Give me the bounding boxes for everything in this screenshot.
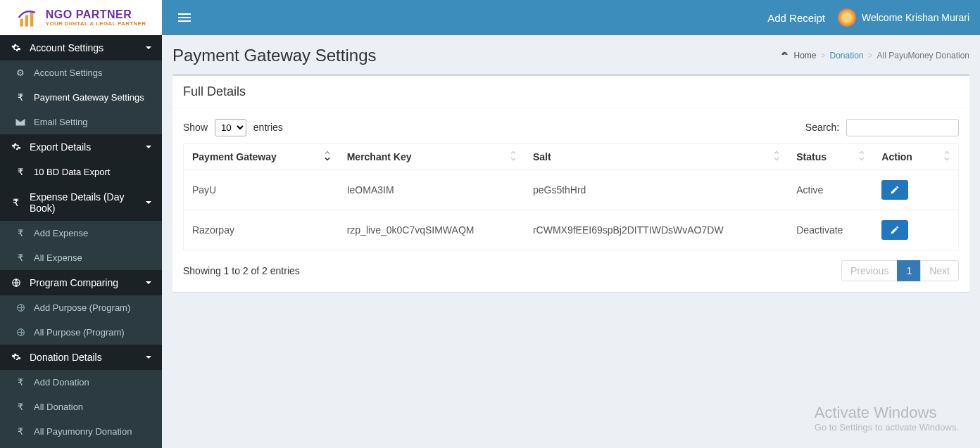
hamburger-toggle[interactable] <box>172 6 196 30</box>
cell-action <box>873 210 958 250</box>
sidebar-item-donation-details[interactable]: Donation Details <box>0 345 162 370</box>
search-input[interactable] <box>846 119 959 136</box>
sidebar-item-label: Email Setting <box>34 117 88 127</box>
cell-action <box>873 170 958 210</box>
page-title: Payment Gateway Settings <box>172 46 376 65</box>
logo-subtitle: YOUR DIGITAL & LEGAL PARTNER <box>46 20 146 27</box>
length-select[interactable]: 10 <box>215 119 246 136</box>
sidebar-subitem-all-purpose[interactable]: All Purpose (Program) <box>0 320 162 345</box>
sidebar-subitem-payment-gateway-settings[interactable]: ₹ Payment Gateway Settings <box>0 85 162 110</box>
sidebar-item-label: Program Comparing <box>30 277 118 288</box>
gear-icon <box>10 352 23 362</box>
sidebar-item-export-details[interactable]: Export Details <box>0 134 162 160</box>
sort-icon <box>943 151 951 163</box>
sort-icon <box>509 151 517 163</box>
logo[interactable]: NGO PARTNER YOUR DIGITAL & LEGAL PARTNER <box>0 0 162 35</box>
sidebar-subitem-add-purpose[interactable]: Add Purpose (Program) <box>0 295 162 320</box>
col-action[interactable]: Action <box>873 144 958 170</box>
logo-title: NGO PARTNER <box>46 9 146 20</box>
sidebar-item-label: Add Donation <box>34 377 89 388</box>
sort-icon <box>772 151 781 163</box>
breadcrumb-sep: > <box>868 51 873 60</box>
breadcrumb-sep: > <box>821 51 826 60</box>
table-row: PayU IeOMA3IM peGs5thHrd Active <box>184 170 959 210</box>
edit-icon <box>890 225 900 235</box>
page-prev[interactable]: Previous <box>841 260 898 281</box>
sidebar-item-label: Expense Details (Day Book) <box>30 191 152 214</box>
cell-gateway: PayU <box>184 170 339 210</box>
windows-activation-watermark: Activate Windows Go to Settings to activ… <box>815 404 959 433</box>
cell-status: Deactivate <box>788 210 873 250</box>
sidebar-item-label: All Payumonry Donation <box>34 426 132 437</box>
gear-icon <box>10 43 23 53</box>
sidebar-item-label: Donation Details <box>30 352 102 363</box>
welcome-text: Welcome Krishan Murari <box>862 12 969 23</box>
gear-icon <box>10 142 23 152</box>
sidebar-subitem-all-expense[interactable]: ₹ All Expense <box>0 245 162 270</box>
sidebar-item-label: Add Expense <box>34 228 88 238</box>
sidebar-item-label: All Donation <box>34 402 83 412</box>
cell-salt: rCWMX9fEEI69spBj2DITTIWDsWvAO7DW <box>524 210 788 250</box>
sidebar-subitem-email-setting[interactable]: Email Setting <box>0 110 162 134</box>
svg-rect-1 <box>25 15 28 26</box>
rupee-icon: ₹ <box>14 228 27 238</box>
sidebar-item-label: Account Settings <box>30 42 103 53</box>
breadcrumb-donation[interactable]: Donation <box>830 51 864 60</box>
sidebar-subitem-bd-export[interactable]: ₹ 10 BD Data Export <box>0 160 162 184</box>
user-menu[interactable]: Welcome Krishan Murari <box>838 8 969 27</box>
dashboard-icon <box>780 51 789 60</box>
add-receipt-link[interactable]: Add Receipt <box>767 12 825 24</box>
envelope-icon <box>14 118 27 126</box>
sidebar-subitem-add-donation[interactable]: ₹ Add Donation <box>0 370 162 395</box>
col-gateway[interactable]: Payment Gateway <box>184 144 339 170</box>
rupee-icon: ₹ <box>14 377 27 388</box>
cell-merchant-key: rzp_live_0k0C7vqSIMWAQM <box>339 210 524 250</box>
globe-icon <box>10 278 23 288</box>
chevron-down-icon <box>145 277 152 288</box>
col-salt[interactable]: Salt <box>524 144 788 170</box>
svg-rect-0 <box>20 19 23 27</box>
payment-gateway-table: Payment Gateway Merchant Key <box>183 143 959 250</box>
breadcrumb: Home > Donation > All PayuMoney Donation <box>780 51 969 60</box>
chevron-down-icon <box>145 141 152 153</box>
gear-icon: ⚙ <box>14 68 27 78</box>
svg-rect-2 <box>30 11 34 27</box>
sidebar-item-account-settings[interactable]: Account Settings <box>0 35 162 60</box>
cell-merchant-key: IeOMA3IM <box>339 170 524 210</box>
col-status[interactable]: Status <box>788 144 873 170</box>
sidebar-subitem-all-payumoney-donation[interactable]: ₹ All Payumonry Donation <box>0 419 162 444</box>
rupee-icon: ₹ <box>14 92 27 103</box>
sidebar-item-expense-details[interactable]: ₹ Expense Details (Day Book) <box>0 184 162 221</box>
edit-icon <box>890 185 900 195</box>
breadcrumb-home[interactable]: Home <box>793 51 816 60</box>
breadcrumb-current: All PayuMoney Donation <box>877 51 969 60</box>
page-1[interactable]: 1 <box>897 260 921 281</box>
panel-full-details: Full Details Show 10 entries <box>172 74 969 292</box>
rupee-icon: ₹ <box>10 197 23 208</box>
chevron-down-icon <box>145 42 152 53</box>
datatable-length: Show 10 entries <box>183 119 283 136</box>
edit-button[interactable] <box>881 220 908 240</box>
sidebar-item-label: Add Purpose (Program) <box>34 302 130 313</box>
rupee-icon: ₹ <box>14 167 27 177</box>
cell-status: Active <box>788 170 873 210</box>
datatable-search: Search: <box>805 119 959 136</box>
pagination: Previous 1 Next <box>842 260 959 281</box>
rupee-icon: ₹ <box>14 402 27 412</box>
sidebar-item-label: 10 BD Data Export <box>34 167 110 177</box>
sidebar-subitem-all-razorpay-donation[interactable]: ₹ All Rozarpay Donation <box>0 444 162 448</box>
edit-button[interactable] <box>881 180 908 200</box>
sidebar-item-label: Export Details <box>30 141 91 153</box>
sidebar-subitem-add-expense[interactable]: ₹ Add Expense <box>0 221 162 245</box>
sidebar-subitem-account-settings[interactable]: ⚙ Account Settings <box>0 60 162 85</box>
cell-gateway: Razorpay <box>184 210 339 250</box>
sidebar: NGO PARTNER YOUR DIGITAL & LEGAL PARTNER… <box>0 0 162 448</box>
col-merchant-key[interactable]: Merchant Key <box>339 144 524 170</box>
sidebar-subitem-all-donation[interactable]: ₹ All Donation <box>0 395 162 419</box>
sidebar-item-program-comparing[interactable]: Program Comparing <box>0 270 162 295</box>
cell-salt: peGs5thHrd <box>524 170 788 210</box>
topbar: Add Receipt Welcome Krishan Murari <box>162 0 980 35</box>
datatable-info: Showing 1 to 2 of 2 entries <box>183 265 300 276</box>
sort-icon <box>857 151 866 163</box>
page-next[interactable]: Next <box>920 260 959 281</box>
